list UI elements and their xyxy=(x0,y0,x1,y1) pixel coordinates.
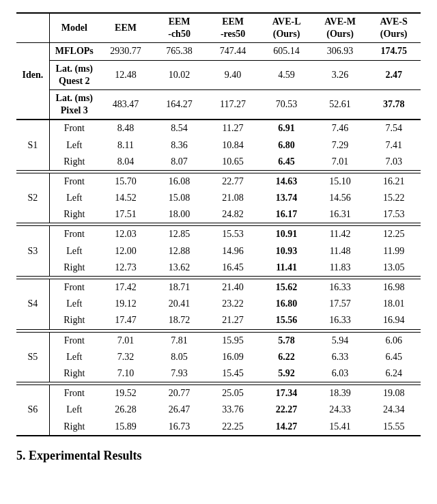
value-cell: 16.21 xyxy=(367,173,421,190)
value-cell: 15.62 xyxy=(259,279,313,296)
value-cell: 22.77 xyxy=(206,173,260,190)
value-cell: 15.22 xyxy=(367,190,421,206)
value-cell: 6.06 xyxy=(367,333,421,349)
lat-pixel3-val: 52.61 xyxy=(313,89,367,120)
value-cell: 15.95 xyxy=(206,333,260,349)
value-cell: 14.27 xyxy=(259,419,313,435)
header-col: AVE-M(Ours) xyxy=(313,13,367,43)
value-cell: 19.12 xyxy=(99,296,153,312)
value-cell: 8.11 xyxy=(99,137,153,154)
view-label: Left xyxy=(49,402,98,418)
value-cell: 24.82 xyxy=(206,206,260,223)
view-label: Right xyxy=(49,365,98,382)
view-label: Front xyxy=(49,173,98,190)
value-cell: 24.34 xyxy=(367,402,421,418)
value-cell: 14.96 xyxy=(206,243,260,260)
value-cell: 26.47 xyxy=(152,402,206,418)
value-cell: 21.27 xyxy=(206,312,260,329)
value-cell: 16.45 xyxy=(206,260,260,277)
subject-label: S4 xyxy=(16,279,49,329)
view-label: Front xyxy=(49,226,98,242)
value-cell: 11.83 xyxy=(313,260,367,277)
value-cell: 7.41 xyxy=(367,137,421,154)
value-cell: 6.22 xyxy=(259,349,313,365)
value-cell: 17.53 xyxy=(367,206,421,223)
view-label: Right xyxy=(49,260,98,277)
lat-quest2-val: 10.02 xyxy=(152,60,206,89)
view-label: Front xyxy=(49,385,98,402)
value-cell: 22.25 xyxy=(206,419,260,435)
value-cell: 24.33 xyxy=(313,402,367,418)
view-label: Left xyxy=(49,349,98,365)
value-cell: 16.33 xyxy=(313,312,367,329)
value-cell: 18.39 xyxy=(313,385,367,402)
header-iden-blank xyxy=(16,13,49,43)
value-cell: 13.74 xyxy=(259,190,313,206)
header-col: EEM-ch50 xyxy=(152,13,206,43)
value-cell: 7.29 xyxy=(313,137,367,154)
value-cell: 25.05 xyxy=(206,385,260,402)
view-label: Front xyxy=(49,120,98,137)
value-cell: 14.52 xyxy=(99,190,153,206)
lat-pixel3-val: 164.27 xyxy=(152,89,206,120)
value-cell: 17.42 xyxy=(99,279,153,296)
value-cell: 14.63 xyxy=(259,173,313,190)
value-cell: 10.65 xyxy=(206,154,260,171)
value-cell: 16.94 xyxy=(367,312,421,329)
value-cell: 19.52 xyxy=(99,385,153,402)
value-cell: 12.85 xyxy=(152,226,206,242)
value-cell: 17.34 xyxy=(259,385,313,402)
value-cell: 21.40 xyxy=(206,279,260,296)
value-cell: 12.00 xyxy=(99,243,153,260)
value-cell: 17.51 xyxy=(99,206,153,223)
value-cell: 21.08 xyxy=(206,190,260,206)
section-heading: 5. Experimental Results xyxy=(16,449,421,463)
value-cell: 15.41 xyxy=(313,419,367,435)
value-cell: 7.32 xyxy=(99,349,153,365)
value-cell: 22.27 xyxy=(259,402,313,418)
header-col: AVE-S(Ours) xyxy=(367,13,421,43)
lat-quest2-label: Lat. (ms)Quest 2 xyxy=(49,60,98,89)
value-cell: 16.33 xyxy=(313,279,367,296)
iden-spacer xyxy=(16,43,49,60)
value-cell: 11.99 xyxy=(367,243,421,260)
lat-quest2-val: 9.40 xyxy=(206,60,260,89)
view-label: Right xyxy=(49,206,98,223)
value-cell: 8.48 xyxy=(99,120,153,137)
value-cell: 11.48 xyxy=(313,243,367,260)
value-cell: 15.53 xyxy=(206,226,260,242)
lat-pixel3-val: 70.53 xyxy=(259,89,313,120)
value-cell: 16.09 xyxy=(206,349,260,365)
value-cell: 11.42 xyxy=(313,226,367,242)
value-cell: 8.05 xyxy=(152,349,206,365)
value-cell: 15.08 xyxy=(152,190,206,206)
value-cell: 6.45 xyxy=(367,349,421,365)
subject-label: S6 xyxy=(16,385,49,435)
value-cell: 7.01 xyxy=(313,154,367,171)
value-cell: 16.73 xyxy=(152,419,206,435)
view-label: Right xyxy=(49,154,98,171)
value-cell: 5.92 xyxy=(259,365,313,382)
mflops-val: 2930.77 xyxy=(99,43,153,60)
value-cell: 7.01 xyxy=(99,333,153,349)
value-cell: 10.91 xyxy=(259,226,313,242)
value-cell: 16.08 xyxy=(152,173,206,190)
value-cell: 15.70 xyxy=(99,173,153,190)
value-cell: 6.33 xyxy=(313,349,367,365)
mflops-val: 747.44 xyxy=(206,43,260,60)
value-cell: 33.76 xyxy=(206,402,260,418)
lat-quest2-val: 3.26 xyxy=(313,60,367,89)
value-cell: 13.05 xyxy=(367,260,421,277)
value-cell: 16.17 xyxy=(259,206,313,223)
mflops-label: MFLOPs xyxy=(49,43,98,60)
view-label: Left xyxy=(49,137,98,154)
value-cell: 10.93 xyxy=(259,243,313,260)
value-cell: 12.25 xyxy=(367,226,421,242)
header-col: EEM xyxy=(99,13,153,43)
value-cell: 6.45 xyxy=(259,154,313,171)
lat-pixel3-label: Lat. (ms)Pixel 3 xyxy=(49,89,98,120)
value-cell: 12.73 xyxy=(99,260,153,277)
view-label: Left xyxy=(49,190,98,206)
value-cell: 20.77 xyxy=(152,385,206,402)
value-cell: 7.81 xyxy=(152,333,206,349)
